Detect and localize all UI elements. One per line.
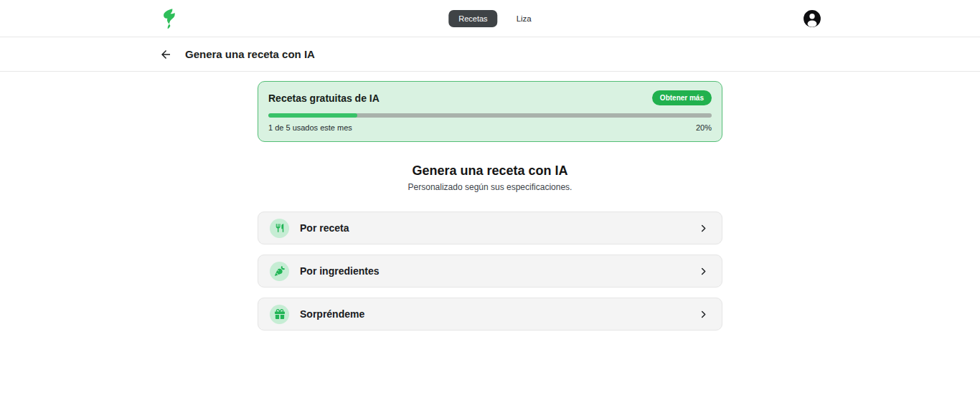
- option-label: Sorpréndeme: [300, 308, 364, 320]
- user-avatar-icon[interactable]: [803, 9, 821, 28]
- main-content: Recetas gratuitas de IA Obtener más 1 de…: [258, 81, 722, 331]
- progress-bar-fill: [268, 113, 357, 118]
- navbar-container: Recetas Liza: [151, 0, 829, 37]
- nav-item-liza[interactable]: Liza: [517, 14, 532, 23]
- option-list: Por receta Por ingredientes: [258, 212, 722, 331]
- option-label: Por receta: [300, 222, 349, 234]
- quota-used-text: 1 de 5 usados este mes: [268, 123, 352, 132]
- utensils-icon: [270, 219, 289, 238]
- quota-title: Recetas gratuitas de IA: [268, 92, 380, 104]
- main-subheading: Personalizado según sus especificaciones…: [258, 182, 722, 192]
- quota-card: Recetas gratuitas de IA Obtener más 1 de…: [258, 81, 722, 142]
- arrow-left-icon: [159, 48, 172, 61]
- navbar-menu: Recetas Liza: [448, 10, 531, 27]
- back-button[interactable]: [159, 47, 173, 62]
- main-heading: Genera una receta con IA: [258, 163, 722, 179]
- brand-logo-icon[interactable]: [159, 6, 179, 32]
- option-sorprendeme[interactable]: Sorpréndeme: [258, 298, 722, 331]
- gift-icon: [270, 305, 289, 324]
- page-subheader: Genera una receta con IA: [0, 37, 980, 72]
- top-navbar: Recetas Liza: [0, 0, 980, 37]
- nav-item-recetas[interactable]: Recetas: [448, 10, 497, 27]
- carrot-icon: [270, 262, 289, 281]
- option-por-receta[interactable]: Por receta: [258, 212, 722, 244]
- subheader-container: Genera una receta con IA: [151, 37, 829, 71]
- page-title: Genera una receta con IA: [185, 48, 315, 60]
- chevron-right-icon: [698, 223, 709, 234]
- option-label: Por ingredientes: [300, 265, 379, 277]
- progress-bar: [268, 113, 712, 118]
- chevron-right-icon: [698, 266, 709, 277]
- chevron-right-icon: [698, 309, 709, 320]
- quota-percent-text: 20%: [696, 123, 712, 132]
- option-por-ingredientes[interactable]: Por ingredientes: [258, 255, 722, 288]
- get-more-button[interactable]: Obtener más: [652, 90, 712, 105]
